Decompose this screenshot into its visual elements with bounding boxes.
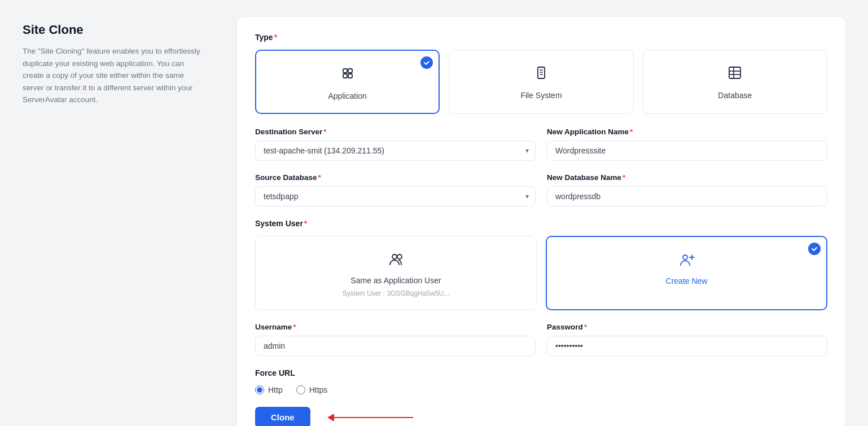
- create-new-title: Create New: [666, 276, 708, 286]
- force-url-http-radio[interactable]: [255, 385, 264, 394]
- username-group: Username*: [255, 323, 536, 356]
- svg-point-9: [397, 254, 402, 259]
- row-destination: Destination Server* test-apache-smit (13…: [255, 128, 827, 161]
- filesystem-icon: [531, 63, 551, 85]
- page-title: Site Clone: [23, 23, 203, 37]
- force-url-https-radio[interactable]: [296, 385, 305, 394]
- system-user-label: System User*: [255, 219, 827, 228]
- page-description: The "Site Cloning" feature enables you t…: [23, 45, 203, 106]
- arrow-indicator: [327, 414, 413, 421]
- type-card-database[interactable]: Database: [643, 50, 827, 114]
- application-icon: [337, 63, 358, 86]
- svg-rect-2: [343, 74, 347, 78]
- system-user-card-same[interactable]: Same as Application User System User : 3…: [255, 236, 537, 310]
- new-app-name-label: New Application Name*: [547, 128, 827, 136]
- force-url-section: Force URL Http Https: [255, 368, 827, 394]
- destination-server-wrapper: test-apache-smit (134.209.211.55) ▾: [255, 140, 536, 161]
- database-icon: [725, 63, 745, 85]
- page-container: Site Clone The "Site Cloning" feature en…: [23, 17, 845, 426]
- database-label: Database: [718, 91, 752, 100]
- svg-rect-1: [348, 69, 352, 73]
- type-card-filesystem[interactable]: File System: [449, 50, 633, 114]
- check-badge-create-new: [808, 243, 821, 255]
- user-icon: [386, 249, 406, 271]
- source-database-label: Source Database*: [255, 173, 536, 182]
- destination-server-group: Destination Server* test-apache-smit (13…: [255, 128, 536, 161]
- application-label: Application: [328, 91, 367, 100]
- username-label: Username*: [255, 323, 536, 331]
- new-app-name-input[interactable]: [547, 140, 827, 161]
- row-database: Source Database* tetsdpapp ▾ New Databas…: [255, 173, 827, 207]
- user-plus-icon: [677, 249, 697, 272]
- password-label: Password*: [547, 323, 827, 331]
- svg-point-10: [683, 255, 687, 260]
- source-database-select[interactable]: tetsdpapp: [255, 186, 536, 207]
- force-url-radio-group: Http Https: [255, 385, 827, 394]
- row-credentials: Username* Password*: [255, 323, 827, 356]
- svg-rect-3: [348, 74, 352, 78]
- source-database-wrapper: tetsdpapp ▾: [255, 186, 536, 207]
- clone-row: Clone: [255, 407, 827, 426]
- same-user-subtitle: System User : 3OSGBqgHa5w5U...: [343, 289, 449, 297]
- new-db-name-label: New Database Name*: [547, 173, 827, 182]
- left-panel: Site Clone The "Site Cloning" feature en…: [23, 17, 203, 426]
- password-group: Password*: [547, 323, 827, 356]
- svg-point-8: [392, 254, 397, 259]
- force-url-label: Force URL: [255, 368, 827, 377]
- same-user-title: Same as Application User: [350, 276, 441, 285]
- force-url-https-label[interactable]: Https: [296, 385, 328, 394]
- arrow-line: [334, 417, 413, 418]
- type-label: Type*: [255, 33, 827, 42]
- new-db-name-group: New Database Name*: [547, 173, 827, 207]
- destination-server-select[interactable]: test-apache-smit (134.209.211.55): [255, 140, 536, 161]
- right-panel: Type* Application: [237, 17, 845, 426]
- force-url-http-label[interactable]: Http: [255, 385, 283, 394]
- check-badge-application: [420, 56, 433, 69]
- source-database-group: Source Database* tetsdpapp ▾: [255, 173, 536, 207]
- new-db-name-input[interactable]: [547, 186, 827, 207]
- svg-rect-0: [343, 69, 347, 73]
- arrow-head: [327, 414, 334, 421]
- system-user-card-create-new[interactable]: Create New: [546, 236, 827, 310]
- clone-button[interactable]: Clone: [255, 407, 310, 426]
- new-app-name-group: New Application Name*: [547, 128, 827, 161]
- svg-rect-4: [729, 67, 740, 78]
- password-input[interactable]: [547, 336, 827, 356]
- type-cards: Application File System: [255, 50, 827, 114]
- filesystem-label: File System: [520, 91, 562, 100]
- system-user-cards: Same as Application User System User : 3…: [255, 236, 827, 310]
- destination-server-label: Destination Server*: [255, 128, 536, 136]
- username-input[interactable]: [255, 336, 536, 356]
- type-card-application[interactable]: Application: [255, 50, 440, 114]
